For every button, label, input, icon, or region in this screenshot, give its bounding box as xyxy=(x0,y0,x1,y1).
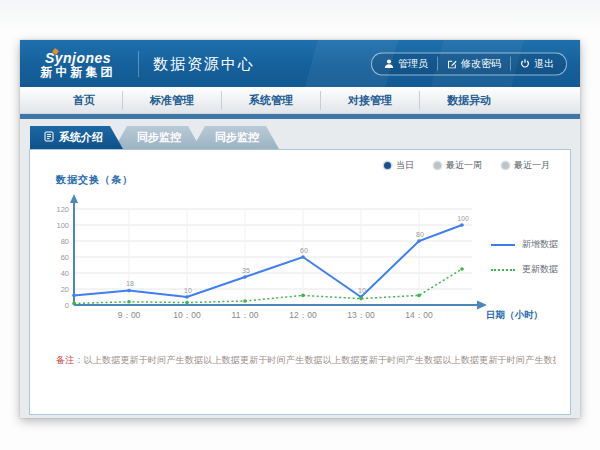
footnote-label: 备注 xyxy=(56,355,74,365)
user-label: 管理员 xyxy=(398,57,428,71)
radio-dot xyxy=(502,162,509,169)
radio-label: 当日 xyxy=(396,159,414,172)
legend-label: 更新数据 xyxy=(522,263,558,276)
radio-label: 最近一周 xyxy=(446,159,482,172)
radio-dot xyxy=(384,162,391,169)
footnote: 备注：以上数据更新于时间产生数据以上数据更新于时间产生数据以上数据更新于时间产生… xyxy=(56,354,556,367)
svg-text:80: 80 xyxy=(61,237,69,246)
svg-text:14：00: 14：00 xyxy=(405,310,433,320)
page-title: 数据资源中心 xyxy=(138,51,255,77)
svg-text:35: 35 xyxy=(242,267,250,274)
nav-item-system[interactable]: 系统管理 xyxy=(221,91,320,110)
legend-item-update-data[interactable]: 更新数据 xyxy=(491,263,558,276)
footnote-text: ：以上数据更新于时间产生数据以上数据更新于时间产生数据以上数据更新于时间产生数据… xyxy=(74,355,556,365)
power-icon xyxy=(520,59,530,69)
tab-label: 系统介绍 xyxy=(59,130,103,145)
app-header: Synjones 新中新集团 数据资源中心 管理员 修改密码 退出 xyxy=(20,40,580,87)
nav-item-interface[interactable]: 对接管理 xyxy=(320,91,419,110)
svg-text:18: 18 xyxy=(126,280,134,287)
radio-label: 最近一月 xyxy=(514,159,550,172)
time-range-filter: 当日 最近一周 最近一月 xyxy=(384,159,550,172)
nav-item-standards[interactable]: 标准管理 xyxy=(122,91,221,110)
radio-last-week[interactable]: 最近一周 xyxy=(434,159,482,172)
svg-text:11：00: 11：00 xyxy=(232,310,259,320)
legend-item-new-data[interactable]: 新增数据 xyxy=(491,238,558,251)
user-toolbar: 管理员 修改密码 退出 xyxy=(371,52,567,75)
dotted-line-swatch xyxy=(491,269,515,271)
nav-item-home[interactable]: 首页 xyxy=(46,91,122,110)
content-area: 系统介绍 同步监控 同步监控 当日 最近一周 xyxy=(20,119,580,415)
tab-sync-monitor-2[interactable]: 同步监控 xyxy=(192,126,279,149)
tab-bar: 系统介绍 同步监控 同步监控 xyxy=(30,126,571,149)
tab-label: 同步监控 xyxy=(215,130,259,145)
tab-system-intro[interactable]: 系统介绍 xyxy=(30,126,123,149)
tab-sync-monitor-1[interactable]: 同步监控 xyxy=(114,126,201,149)
legend-label: 新增数据 xyxy=(522,238,558,251)
svg-text:100: 100 xyxy=(56,221,69,230)
svg-text:13：00: 13：00 xyxy=(347,310,375,320)
logo-text-cn: 新中新集团 xyxy=(20,66,136,80)
series-legend: 新增数据 更新数据 xyxy=(491,238,558,276)
svg-text:10：00: 10：00 xyxy=(173,310,201,320)
user-icon xyxy=(384,59,394,69)
document-icon xyxy=(44,131,54,144)
svg-text:0: 0 xyxy=(65,301,69,310)
logo-text-en: Synjones xyxy=(20,50,136,66)
svg-text:60: 60 xyxy=(61,253,69,262)
svg-text:9：00: 9：00 xyxy=(118,310,141,320)
svg-text:日期（小时）: 日期（小时） xyxy=(486,309,543,321)
svg-text:40: 40 xyxy=(61,269,69,278)
svg-text:12：00: 12：00 xyxy=(289,310,317,320)
svg-text:60: 60 xyxy=(300,247,308,254)
edit-icon xyxy=(447,59,457,69)
change-password-button[interactable]: 修改密码 xyxy=(437,57,510,71)
y-axis-title: 数据交换（条） xyxy=(56,173,133,187)
svg-text:20: 20 xyxy=(61,285,69,294)
user-menu[interactable]: 管理员 xyxy=(375,57,437,71)
logout-label: 退出 xyxy=(534,57,554,71)
radio-dot xyxy=(434,162,441,169)
change-password-label: 修改密码 xyxy=(461,57,501,71)
svg-text:10: 10 xyxy=(358,287,366,294)
svg-text:120: 120 xyxy=(56,205,69,214)
tab-label: 同步监控 xyxy=(137,130,181,145)
radio-last-month[interactable]: 最近一月 xyxy=(502,159,550,172)
radio-today[interactable]: 当日 xyxy=(384,159,414,172)
line-chart: 0204060801001209：0010：0011：0012：0013：001… xyxy=(44,190,564,340)
chart-panel: 当日 最近一周 最近一月 数据交换（条） 0204060801001209：00… xyxy=(29,149,571,415)
svg-text:100: 100 xyxy=(457,215,469,222)
main-nav: 首页 标准管理 系统管理 对接管理 数据异动 xyxy=(20,87,580,114)
company-logo: Synjones 新中新集团 xyxy=(20,47,136,80)
nav-item-data-change[interactable]: 数据异动 xyxy=(419,91,518,110)
solid-line-swatch xyxy=(491,244,515,246)
logout-button[interactable]: 退出 xyxy=(510,57,563,71)
svg-text:80: 80 xyxy=(416,231,424,238)
app-window: Synjones 新中新集团 数据资源中心 管理员 修改密码 退出 xyxy=(20,40,580,418)
svg-text:10: 10 xyxy=(184,287,192,294)
